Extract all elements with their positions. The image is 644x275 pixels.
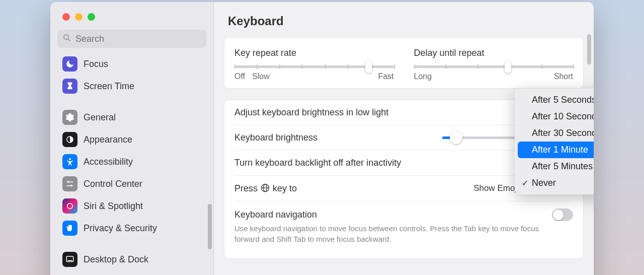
sidebar-item-label: General — [84, 112, 116, 123]
close-window-button[interactable] — [62, 13, 70, 21]
slider-cap-fast: Fast — [378, 72, 393, 81]
sidebar-item-label: Desktop & Dock — [84, 254, 148, 265]
svg-point-7 — [70, 185, 73, 187]
svg-point-3 — [69, 158, 71, 160]
sidebar: Focus Screen Time General Appearance Acc… — [50, 2, 214, 275]
delay-repeat-label: Delay until repeat — [414, 48, 574, 58]
accessibility-icon — [62, 154, 77, 169]
sidebar-item-label: Appearance — [84, 134, 132, 145]
sidebar-item-label: Siri & Spotlight — [84, 201, 143, 212]
repeat-rate-card: Key repeat rate — [224, 37, 584, 89]
key-repeat-label: Key repeat rate — [234, 48, 394, 58]
menu-item-after-5-minutes[interactable]: After 5 Minutes — [518, 158, 594, 175]
svg-point-6 — [67, 181, 70, 183]
hourglass-icon — [62, 79, 77, 94]
sidebar-list[interactable]: Focus Screen Time General Appearance Acc… — [50, 53, 213, 275]
keyboard-navigation-label: Keyboard navigation — [234, 210, 317, 220]
check-icon: ✓ — [522, 178, 528, 188]
svg-rect-10 — [68, 260, 72, 261]
press-globe-label: Press key to — [234, 183, 297, 194]
keyboard-brightness-slider[interactable] — [442, 136, 518, 139]
sliders-icon — [62, 176, 77, 191]
sidebar-item-focus[interactable]: Focus — [57, 53, 208, 75]
menu-item-after-30-seconds[interactable]: After 30 Seconds — [518, 125, 594, 142]
appearance-icon — [62, 132, 77, 147]
sidebar-item-label: Control Center — [84, 179, 142, 189]
search-icon — [62, 33, 71, 44]
window-controls — [50, 2, 213, 21]
maximize-window-button[interactable] — [88, 13, 95, 21]
svg-line-1 — [68, 39, 70, 41]
backlight-off-label: Turn keyboard backlight off after inacti… — [234, 158, 401, 168]
siri-icon — [62, 198, 77, 214]
slider-cap-long: Long — [414, 72, 432, 81]
sidebar-item-privacy-security[interactable]: Privacy & Security — [57, 217, 208, 239]
keyboard-brightness-label: Keyboard brightness — [234, 132, 317, 143]
backlight-off-dropdown: After 5 Seconds After 10 Seconds After 3… — [515, 89, 594, 194]
menu-item-after-10-seconds[interactable]: After 10 Seconds — [518, 108, 594, 125]
menu-item-never[interactable]: ✓ Never — [518, 175, 594, 191]
search-box[interactable] — [57, 30, 206, 48]
svg-point-8 — [67, 203, 73, 209]
hand-icon — [62, 221, 77, 236]
sidebar-scrollbar[interactable] — [208, 204, 212, 249]
sidebar-item-label: Accessibility — [84, 157, 133, 167]
sidebar-item-accessibility[interactable]: Accessibility — [57, 151, 208, 173]
sidebar-item-general[interactable]: General — [57, 106, 208, 128]
keyboard-navigation-desc: Use keyboard navigation to move focus be… — [234, 223, 556, 244]
page-title: Keyboard — [214, 2, 594, 37]
sidebar-item-appearance[interactable]: Appearance — [57, 128, 208, 151]
globe-icon — [260, 183, 270, 193]
slider-cap-off: Off — [234, 72, 245, 81]
search-field-wrap — [50, 21, 213, 53]
keyboard-navigation-row: Keyboard navigation Use keyboard navigat… — [234, 201, 573, 251]
sidebar-item-screen-time[interactable]: Screen Time — [57, 75, 208, 97]
delay-repeat-slider[interactable] — [414, 65, 574, 68]
search-input[interactable] — [75, 34, 201, 44]
keyboard-navigation-toggle[interactable] — [552, 209, 573, 221]
main-scrollbar[interactable] — [587, 34, 591, 64]
sidebar-item-label: Privacy & Security — [84, 223, 157, 234]
settings-window: Focus Screen Time General Appearance Acc… — [50, 2, 594, 275]
sidebar-item-control-center[interactable]: Control Center — [57, 173, 208, 195]
menu-item-after-5-seconds[interactable]: After 5 Seconds — [518, 92, 594, 108]
dock-icon — [62, 252, 77, 267]
slider-cap-short: Short — [554, 72, 573, 81]
sidebar-item-siri-spotlight[interactable]: Siri & Spotlight — [57, 195, 208, 217]
main-content: Keyboard Key repeat rate — [214, 2, 594, 275]
moon-icon — [62, 56, 77, 72]
sidebar-item-desktop-dock[interactable]: Desktop & Dock — [57, 248, 208, 270]
menu-item-after-1-minute[interactable]: After 1 Minute — [518, 142, 594, 158]
svg-point-0 — [64, 35, 68, 39]
key-repeat-slider[interactable] — [234, 65, 394, 68]
gear-icon — [62, 110, 77, 125]
adjust-brightness-label: Adjust keyboard brightness in low light — [234, 107, 388, 118]
slider-cap-slow: Slow — [252, 72, 270, 81]
sidebar-item-label: Focus — [84, 59, 108, 70]
sidebar-item-label: Screen Time — [84, 81, 134, 92]
minimize-window-button[interactable] — [75, 13, 83, 21]
